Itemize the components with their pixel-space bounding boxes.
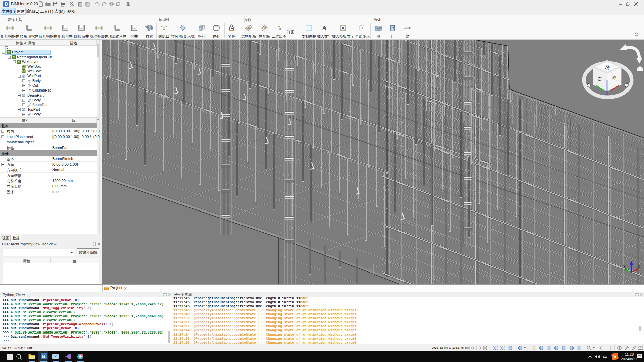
svg-text:前: 前 xyxy=(612,75,617,81)
svg-text:左: 左 xyxy=(597,76,602,82)
svg-text:Y: Y xyxy=(623,265,626,269)
svg-text:A: A xyxy=(341,26,345,31)
svg-text:A: A xyxy=(322,24,327,32)
svg-text:X: X xyxy=(638,265,640,269)
